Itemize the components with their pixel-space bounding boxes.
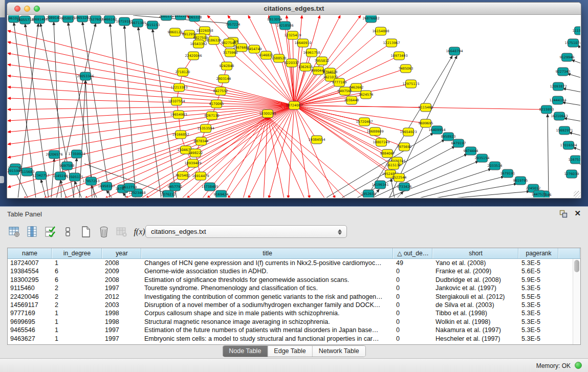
graph-edge[interactable] [248, 105, 294, 198]
graph-node[interactable]: 6466162 [102, 15, 117, 24]
graph-node[interactable]: 1145194 [53, 172, 68, 180]
graph-node[interactable]: 16961758 [303, 49, 320, 57]
graph-node[interactable]: 9474444 [464, 147, 478, 155]
graph-node[interactable]: 1276039 [564, 170, 579, 178]
graph-node[interactable]: 2718120 [176, 68, 190, 76]
column-header-title[interactable]: title [142, 248, 394, 258]
graph-node[interactable]: 4170065 [209, 100, 224, 108]
graph-node[interactable]: 2036448 [344, 96, 359, 104]
graph-edge[interactable] [562, 102, 580, 105]
graph-node[interactable]: 15692971 [556, 126, 573, 135]
graph-node[interactable]: 8958923 [441, 133, 456, 141]
column-header-short[interactable]: short [433, 248, 519, 258]
graph-node[interactable]: 9860123 [168, 28, 183, 36]
graph-node[interactable]: 2076212 [161, 190, 176, 198]
graph-node[interactable]: 15720407 [356, 118, 373, 126]
graph-edge[interactable] [56, 24, 96, 198]
graph-node[interactable]: 12213383 [170, 83, 187, 92]
graph-node[interactable]: 19166852 [172, 130, 189, 139]
graph-node[interactable]: 12213967 [383, 39, 400, 47]
vertical-scrollbar[interactable] [573, 259, 580, 344]
graph-node[interactable]: 12975115 [402, 80, 419, 88]
graph-node[interactable]: 16210643 [551, 112, 568, 120]
graph-node[interactable]: 9129946 [560, 53, 575, 61]
graph-node[interactable]: 16914479 [192, 172, 209, 180]
graph-edge[interactable] [568, 74, 580, 78]
graph-edge[interactable] [294, 105, 426, 107]
network-window[interactable]: citations_edges.txt 19610131405571420691… [7, 2, 581, 199]
graph-node[interactable]: 12325419 [284, 31, 301, 39]
graph-node[interactable]: 9058015 [61, 15, 76, 23]
graph-node[interactable]: 1733426 [397, 183, 412, 191]
graph-edge[interactable] [223, 117, 268, 198]
graph-node[interactable]: 1167531 [569, 156, 580, 164]
graph-node[interactable]: 2089141 [47, 15, 61, 22]
graph-node[interactable]: 12342757 [32, 171, 49, 180]
scrollbar-thumb[interactable] [574, 260, 579, 272]
graph-edge[interactable] [268, 117, 304, 198]
graph-node[interactable]: 9612759 [122, 183, 137, 191]
graph-node[interactable]: 9227343 [556, 68, 571, 76]
memory-status-indicator[interactable] [575, 362, 582, 369]
graph-node[interactable]: 9884067 [380, 149, 395, 158]
graph-node[interactable]: 9619795 [513, 177, 528, 185]
graph-node[interactable]: 8878344 [194, 137, 209, 145]
graph-node[interactable]: 2803144 [216, 75, 231, 83]
column-header-in_degree[interactable]: in_degree [52, 248, 102, 258]
graph-node[interactable]: 10688609 [366, 127, 383, 136]
stacked-rows-icon[interactable] [61, 225, 75, 239]
graph-node[interactable]: 17957253 [82, 177, 99, 185]
graph-node[interactable]: 1498222 [188, 149, 203, 157]
table-row[interactable]: 969969511998Structural magnetic resonanc… [8, 318, 572, 326]
network-canvas[interactable]: 1961013140557142069140620891419058015106… [8, 15, 580, 198]
window-resize-grip[interactable] [574, 191, 580, 198]
graph-edge[interactable] [268, 117, 345, 198]
window-titlebar[interactable]: citations_edges.txt [7, 3, 581, 15]
tab-network-table[interactable]: Network Table [313, 346, 365, 357]
graph-edge[interactable] [23, 105, 294, 198]
graph-edge[interactable] [54, 22, 61, 198]
graph-node[interactable]: 9242848 [220, 62, 234, 70]
graph-node[interactable]: 8427552 [213, 87, 228, 95]
graph-node[interactable]: 8186328 [207, 36, 222, 45]
graph-node[interactable]: 1447521 [532, 190, 547, 198]
graph-node[interactable]: 7955812 [315, 57, 330, 65]
graph-node[interactable]: 9097588 [60, 162, 75, 170]
graph-node[interactable]: 18939489 [184, 159, 201, 167]
graph-edge[interactable] [572, 60, 580, 63]
table-row[interactable]: 911546021997Tourette syndrome. Phenomeno… [8, 284, 572, 292]
table-row[interactable]: 946362711997Embryonic stem cells: a mode… [8, 335, 572, 343]
graph-node[interactable]: 9115460 [419, 103, 433, 112]
graph-node[interactable]: 16409954 [428, 126, 445, 134]
graph-edge[interactable] [397, 191, 403, 198]
table-row[interactable]: 1830029562008Estimation of significance … [8, 276, 572, 284]
graph-node[interactable]: 17016504 [560, 141, 577, 149]
graph-edge[interactable] [40, 24, 74, 198]
graph-edge[interactable] [564, 118, 580, 121]
graph-node[interactable]: 17359924 [68, 150, 85, 158]
graph-node[interactable]: 7975692 [397, 143, 412, 151]
graph-edge[interactable] [228, 105, 294, 198]
row-check-icon[interactable] [43, 225, 57, 239]
graph-node[interactable]: 8267130 [205, 112, 220, 120]
graph-node[interactable]: 2522544 [392, 173, 407, 182]
tab-node-table[interactable]: Node Table [223, 346, 268, 357]
graph-edge[interactable] [432, 184, 517, 198]
trash-icon[interactable] [97, 225, 111, 239]
table-row[interactable]: 1938455462009Genome-wide association stu… [8, 267, 572, 275]
graph-edge[interactable] [294, 105, 310, 198]
graph-edge[interactable] [548, 114, 549, 198]
graph-edge[interactable] [448, 191, 530, 198]
graph-edge[interactable] [8, 31, 294, 105]
graph-edge[interactable] [294, 105, 317, 140]
panel-collapse-handle[interactable] [0, 176, 4, 183]
graph-node[interactable]: 9169424 [214, 190, 229, 198]
table-row[interactable]: 977716911998Corpus callosum shape and si… [8, 309, 572, 317]
table-source-dropdown[interactable]: citations_edges.txt [145, 225, 347, 238]
graph-node[interactable]: 16648794 [446, 47, 463, 55]
graph-node[interactable]: 1527602 [89, 15, 103, 24]
table-row[interactable]: 1456911722003Disruption of a novel membe… [8, 301, 572, 309]
graph-node[interactable]: 391594 [8, 167, 20, 175]
graph-node[interactable]: 8215953 [539, 105, 554, 114]
tab-edge-table[interactable]: Edge Table [268, 346, 312, 357]
